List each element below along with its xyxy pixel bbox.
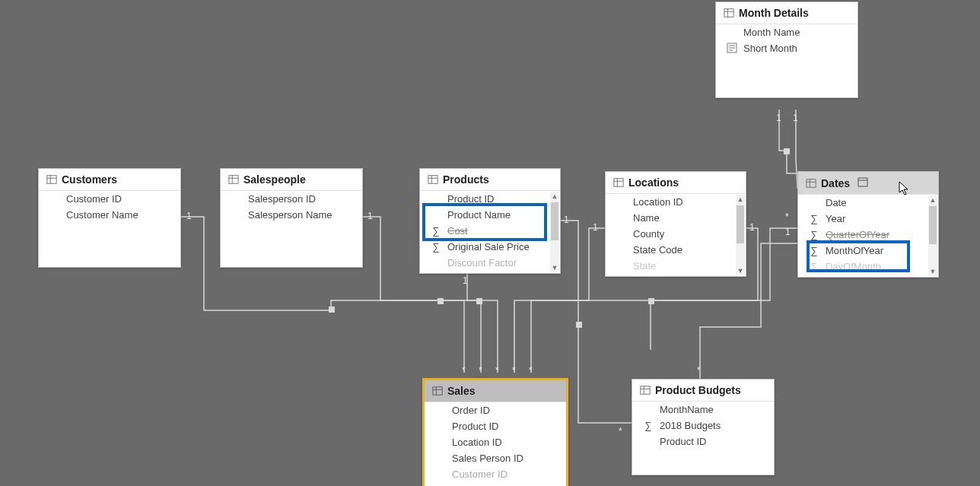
- svg-rect-30: [641, 386, 650, 395]
- scroll-up-icon[interactable]: ▲: [928, 195, 937, 205]
- field[interactable]: Customer Name: [39, 207, 180, 223]
- table-customers[interactable]: Customers Customer ID Customer Name: [38, 168, 181, 268]
- field-label: Short Month: [743, 43, 797, 54]
- field-label: MonthOfYear: [826, 245, 883, 256]
- field[interactable]: Name: [606, 210, 746, 226]
- svg-rect-19: [614, 179, 623, 187]
- cardinality-many: *: [529, 365, 533, 376]
- field-label: Discount Factor: [447, 257, 517, 268]
- field[interactable]: Month Name: [716, 24, 858, 40]
- cardinality-one: 1: [749, 222, 755, 233]
- table-header[interactable]: Dates: [798, 172, 938, 195]
- field[interactable]: Product ID: [425, 418, 566, 434]
- scroll-thumb[interactable]: [551, 202, 558, 240]
- svg-rect-27: [433, 387, 442, 395]
- scroll-up-icon[interactable]: ▲: [736, 195, 745, 204]
- field[interactable]: Location ID: [425, 434, 566, 450]
- svg-rect-4: [576, 322, 582, 328]
- cardinality-many: *: [495, 365, 499, 376]
- field[interactable]: State: [606, 258, 746, 274]
- field-label: 2018 Budgets: [660, 420, 721, 431]
- cardinality-one: 1: [463, 275, 468, 286]
- table-header[interactable]: Locations: [606, 172, 746, 194]
- field-label: Original Sale Price: [447, 241, 530, 253]
- table-title: Sales: [447, 385, 476, 397]
- field-label: Salesperson ID: [248, 193, 316, 205]
- scroll-thumb[interactable]: [737, 205, 744, 243]
- field[interactable]: ∑ Original Sale Price: [420, 239, 560, 255]
- field[interactable]: Customer ID: [425, 466, 566, 482]
- table-header[interactable]: Sales: [425, 380, 566, 402]
- svg-rect-10: [47, 176, 56, 184]
- sigma-icon: ∑: [809, 261, 819, 272]
- field[interactable]: Product ID: [632, 434, 774, 449]
- table-header[interactable]: Product Budgets: [632, 380, 774, 402]
- field[interactable]: ∑ 2018 Budgets: [632, 418, 774, 434]
- table-header[interactable]: Products: [420, 169, 560, 191]
- field[interactable]: Sales Person ID: [425, 450, 566, 466]
- field[interactable]: ∑ DayOfMonth: [798, 259, 938, 275]
- table-header[interactable]: Customers: [39, 169, 180, 191]
- field[interactable]: Product Name: [420, 207, 560, 223]
- field-label: Product ID: [660, 436, 706, 447]
- scrollbar[interactable]: ▲ ▼: [550, 192, 559, 272]
- table-icon: [613, 177, 624, 188]
- table-icon: [640, 385, 651, 395]
- field[interactable]: Product ID: [420, 191, 560, 207]
- table-sales[interactable]: Sales Order ID Product ID Location ID Sa…: [422, 378, 568, 486]
- scroll-down-icon[interactable]: ▼: [550, 263, 559, 272]
- sigma-icon: ∑: [809, 229, 819, 240]
- field[interactable]: Customer ID: [39, 191, 180, 207]
- field[interactable]: County: [606, 226, 746, 242]
- field[interactable]: ∑ MonthOfYear: [798, 243, 938, 259]
- field[interactable]: Salesperson ID: [221, 191, 362, 207]
- field[interactable]: Location ID: [606, 194, 746, 210]
- scroll-thumb[interactable]: [929, 206, 937, 244]
- table-dates[interactable]: Dates Date ∑ Year ∑ QuarterOfYear ∑ Mont…: [797, 171, 939, 278]
- table-header[interactable]: Salespeople: [221, 169, 362, 191]
- scroll-down-icon[interactable]: ▼: [928, 267, 937, 276]
- field[interactable]: Order ID: [425, 402, 566, 418]
- cardinality-many: *: [697, 365, 701, 376]
- field[interactable]: Short Month: [716, 40, 858, 56]
- svg-rect-5: [784, 148, 790, 154]
- date-table-icon: [858, 176, 868, 189]
- field-label: MonthName: [660, 404, 714, 415]
- table-icon: [806, 178, 816, 189]
- table-title: Product Budgets: [655, 384, 741, 396]
- table-icon: [432, 386, 443, 396]
- table-header[interactable]: Month Details: [716, 2, 858, 24]
- svg-rect-2: [476, 298, 482, 304]
- field[interactable]: Discount Factor: [420, 255, 560, 271]
- model-canvas[interactable]: Month Details Month Name Short Month Cus…: [0, 0, 980, 486]
- field[interactable]: Salesperson Name: [221, 207, 362, 223]
- sigma-icon: ∑: [809, 245, 819, 256]
- sigma-icon: ∑: [809, 213, 819, 224]
- table-month-details[interactable]: Month Details Month Name Short Month: [715, 2, 858, 98]
- scrollbar[interactable]: ▲ ▼: [736, 195, 745, 275]
- field[interactable]: ∑ Cost: [420, 223, 560, 239]
- table-products[interactable]: Products Product ID Product Name ∑ Cost …: [419, 168, 561, 274]
- field[interactable]: ∑ QuarterOfYear: [798, 227, 938, 243]
- field[interactable]: State Code: [606, 242, 746, 258]
- table-product-budgets[interactable]: Product Budgets MonthName ∑ 2018 Budgets…: [632, 379, 775, 475]
- table-title: Salespeople: [243, 173, 306, 186]
- field-label: County: [633, 228, 664, 240]
- field[interactable]: Date: [798, 195, 938, 211]
- field-label: Product ID: [452, 421, 498, 432]
- table-icon: [228, 174, 239, 185]
- svg-rect-0: [329, 307, 335, 313]
- svg-rect-16: [428, 176, 438, 184]
- sigma-icon: ∑: [431, 225, 441, 236]
- table-locations[interactable]: Locations Location ID Name County State …: [605, 171, 746, 277]
- sigma-icon: ∑: [431, 241, 441, 252]
- table-salespeople[interactable]: Salespeople Salesperson ID Salesperson N…: [220, 168, 363, 268]
- field[interactable]: ∑ Year: [798, 211, 938, 227]
- field[interactable]: MonthName: [632, 402, 774, 418]
- svg-rect-6: [724, 9, 733, 17]
- scroll-up-icon[interactable]: ▲: [550, 192, 559, 201]
- svg-rect-3: [648, 298, 654, 304]
- scroll-down-icon[interactable]: ▼: [736, 266, 745, 275]
- field-label: Date: [826, 197, 846, 208]
- scrollbar[interactable]: ▲ ▼: [928, 195, 937, 276]
